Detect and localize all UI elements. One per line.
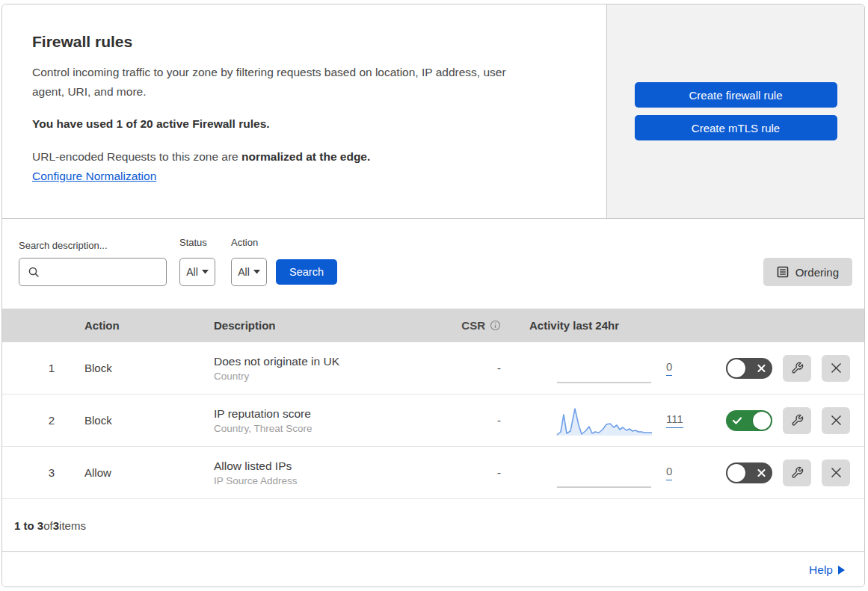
rule-csr: - [421, 362, 507, 374]
page-title: Firewall rules [32, 33, 576, 51]
action-filter-label: Action [231, 237, 258, 248]
configure-normalization-link[interactable]: Configure Normalization [32, 170, 156, 182]
search-input-wrapper[interactable] [19, 258, 167, 286]
rule-fields: Country, Threat Score [214, 423, 421, 434]
table-row: 2 Block IP reputation score Country, Thr… [2, 394, 864, 447]
items-of: of [43, 519, 53, 532]
status-filter-label: Status [179, 237, 207, 248]
column-header-description: Description [182, 319, 421, 332]
rule-description: Allow listed IPs [214, 460, 421, 473]
csr-header-label: CSR [461, 319, 485, 332]
close-icon [831, 362, 842, 374]
table-row: 1 Block Does not originate in UK Country… [2, 342, 864, 394]
normalization-note-bold: normalized at the edge. [241, 150, 370, 163]
rule-controls [698, 407, 864, 434]
rule-action: Block [55, 362, 182, 374]
rule-activity-cell: 0 [507, 457, 698, 489]
ordering-button[interactable]: Ordering [763, 258, 852, 286]
rule-controls [698, 460, 864, 486]
rule-enabled-toggle[interactable] [726, 410, 772, 431]
rule-action: Allow [55, 466, 182, 479]
edit-rule-button[interactable] [783, 460, 811, 486]
usage-summary: You have used 1 of 20 active Firewall ru… [32, 117, 576, 131]
search-icon [28, 266, 40, 278]
rule-description-cell: Does not originate in UK Country [182, 355, 421, 382]
delete-rule-button[interactable] [822, 355, 850, 382]
normalization-note-prefix: URL-encoded Requests to this zone are [32, 150, 241, 163]
normalization-note: URL-encoded Requests to this zone are no… [32, 150, 576, 164]
search-label: Search description... [19, 240, 108, 251]
search-button[interactable]: Search [276, 259, 337, 285]
chevron-down-icon [202, 270, 209, 274]
info-icon[interactable] [490, 320, 501, 331]
create-mtls-rule-button[interactable]: Create mTLS rule [635, 115, 837, 140]
rule-activity-cell: 0 [507, 353, 698, 384]
rule-csr: - [421, 466, 507, 479]
firewall-rules-card: Firewall rules Control incoming traffic … [1, 4, 865, 587]
help-arrow-icon [838, 566, 845, 575]
rule-description-cell: IP reputation score Country, Threat Scor… [182, 407, 421, 434]
header-section: Firewall rules Control incoming traffic … [2, 4, 864, 219]
delete-rule-button[interactable] [822, 407, 850, 434]
wrench-icon [791, 466, 804, 479]
column-header-csr: CSR [421, 319, 507, 332]
rule-fields: Country [214, 371, 421, 382]
activity-count-link[interactable]: 111 [666, 412, 683, 428]
rule-fields: IP Source Address [214, 475, 421, 486]
delete-rule-button[interactable] [822, 460, 850, 486]
status-filter-value: All [186, 266, 198, 278]
rule-priority: 3 [2, 466, 55, 479]
action-filter-value: All [238, 266, 250, 278]
table-header-row: Action Description CSR Activity last 24h… [2, 309, 864, 342]
rule-description: Does not originate in UK [214, 355, 421, 368]
toggle-off-x-icon [757, 364, 766, 372]
rule-priority: 2 [2, 414, 55, 427]
close-icon [831, 415, 842, 426]
rule-description: IP reputation score [214, 407, 421, 421]
table-row: 3 Allow Allow listed IPs IP Source Addre… [2, 447, 864, 499]
column-header-action: Action [55, 319, 182, 332]
items-total: 3 [53, 519, 59, 532]
items-range: 1 to 3 [14, 519, 43, 532]
header-actions-panel: Create firewall rule Create mTLS rule [607, 4, 864, 218]
toggle-knob [727, 464, 745, 482]
items-word: items [59, 519, 86, 532]
rule-activity-cell: 111 [507, 405, 698, 436]
edit-rule-button[interactable] [783, 355, 811, 382]
wrench-icon [791, 362, 804, 374]
search-input[interactable] [46, 266, 181, 278]
activity-count-link[interactable]: 0 [666, 360, 672, 376]
activity-sparkline [555, 405, 653, 436]
ordering-list-icon [777, 266, 789, 278]
rule-enabled-toggle[interactable] [726, 358, 772, 379]
toggle-knob [727, 359, 745, 377]
close-icon [831, 467, 842, 478]
toggle-off-x-icon [757, 468, 766, 477]
rule-csr: - [421, 414, 507, 427]
help-bar: Help [2, 551, 864, 587]
page-description: Control incoming traffic to your zone by… [32, 63, 541, 101]
status-filter-dropdown[interactable]: All [179, 258, 215, 286]
rule-description-cell: Allow listed IPs IP Source Address [182, 460, 421, 486]
toggle-on-check-icon [733, 417, 742, 424]
chevron-down-icon [253, 270, 260, 274]
create-firewall-rule-button[interactable]: Create firewall rule [635, 82, 837, 108]
column-header-activity: Activity last 24hr [507, 319, 698, 332]
rule-enabled-toggle[interactable] [726, 462, 772, 483]
action-filter-dropdown[interactable]: All [231, 258, 267, 286]
help-link[interactable]: Help [809, 563, 833, 577]
header-text-area: Firewall rules Control incoming traffic … [2, 4, 607, 218]
edit-rule-button[interactable] [783, 407, 811, 434]
filter-bar: Search description... Status All Action … [2, 219, 864, 309]
activity-sparkline-flat [555, 353, 653, 384]
pagination-summary: 1 to 3 of 3 items [2, 499, 864, 551]
activity-count-link[interactable]: 0 [666, 465, 672, 480]
wrench-icon [791, 414, 804, 427]
rule-priority: 1 [2, 362, 55, 374]
ordering-button-label: Ordering [795, 266, 839, 279]
toggle-knob [753, 412, 771, 430]
rule-controls [698, 355, 864, 382]
activity-sparkline-flat [555, 457, 653, 489]
rule-action: Block [55, 414, 182, 427]
